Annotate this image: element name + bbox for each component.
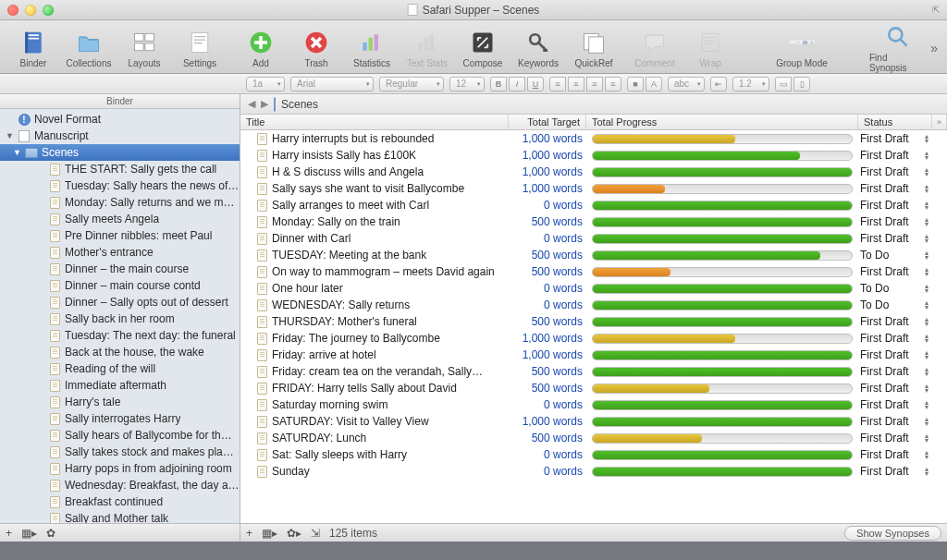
binder-add-button[interactable]: + [6,527,12,540]
toolbar-settings[interactable]: Settings [176,29,224,68]
row-progress[interactable] [586,217,858,227]
binder-gear-button[interactable]: ✿ [46,527,55,540]
outdent-button[interactable]: ⇤ [710,77,727,91]
table-row[interactable]: Harry insists Sally has £100K1,000 words… [240,147,947,164]
table-row[interactable]: H & S discuss wills and Angela1,000 word… [240,164,947,180]
row-progress[interactable] [586,450,858,460]
row-status[interactable]: First Draft▴▾ [858,465,932,478]
nav-forward-button[interactable]: ▶ [261,98,268,110]
sidebar-scene-item[interactable]: Sally and Mother talk [0,510,240,523]
row-status[interactable]: First Draft▴▾ [858,398,932,411]
table-row[interactable]: Saturday morning swim0 wordsFirst Draft▴… [240,396,947,413]
status-stepper[interactable]: ▴▾ [925,350,929,359]
row-progress[interactable] [586,167,858,177]
toolbar-add[interactable]: Add [237,29,285,68]
sidebar-scene-item[interactable]: Immediate aftermath [0,377,240,394]
sidebar-scene-item[interactable]: Sally takes stock and makes pla… [0,444,240,460]
sidebar-item-manuscript[interactable]: ▼Manuscript [0,128,240,144]
sidebar-scene-item[interactable]: Tuesday: Sally hears the news of… [0,177,240,194]
highlight-button[interactable]: ■ [627,77,644,91]
status-stepper[interactable]: ▴▾ [925,334,929,343]
status-stepper[interactable]: ▴▾ [925,467,929,476]
status-stepper[interactable]: ▴▾ [925,367,929,376]
status-stepper[interactable]: ▴▾ [925,317,929,326]
column-target[interactable]: Total Target [509,115,586,129]
row-progress[interactable] [586,334,858,344]
row-status[interactable]: First Draft▴▾ [858,332,932,345]
sidebar-scene-item[interactable]: Harry's tale [0,394,240,410]
table-row[interactable]: Friday: arrive at hotel1,000 wordsFirst … [240,347,947,363]
table-row[interactable]: Sunday0 wordsFirst Draft▴▾ [240,463,947,480]
status-stepper[interactable]: ▴▾ [925,284,929,293]
toolbar-layouts[interactable]: Layouts [120,29,168,68]
row-target[interactable]: 0 words [509,298,586,311]
align-center-button[interactable]: ≡ [568,77,584,91]
row-status[interactable]: First Draft▴▾ [858,182,932,195]
table-row[interactable]: SATURDAY: Lunch500 wordsFirst Draft▴▾ [240,430,947,446]
sidebar-scene-item[interactable]: Dinner – Sally opts out of dessert [0,294,240,310]
row-target[interactable]: 500 words [509,432,586,444]
status-stepper[interactable]: ▴▾ [925,151,929,160]
sidebar-scene-item[interactable]: Dinner – the main course [0,261,240,277]
row-progress[interactable] [586,250,858,261]
status-stepper[interactable]: ▴▾ [925,267,929,276]
font-weight-select[interactable]: Regular [379,77,444,91]
sidebar-scene-item[interactable]: Sally hears of Ballycombe for th… [0,427,240,444]
sidebar-scene-item[interactable]: Dinner – main course contd [0,277,240,294]
table-row[interactable]: TUESDAY: Meeting at the bank500 wordsTo … [240,247,947,263]
sidebar-scene-item[interactable]: Mother's entrance [0,244,240,261]
status-stepper[interactable]: ▴▾ [925,217,929,226]
row-progress[interactable] [586,201,858,211]
row-progress[interactable] [586,234,858,244]
toolbar-textstats[interactable]: Text Stats [403,29,451,68]
outline-rows[interactable]: Harry interrupts but is rebounded1,000 w… [240,130,947,523]
row-status[interactable]: First Draft▴▾ [858,215,932,228]
line-spacing-select[interactable]: 1.2 [732,77,769,91]
row-target[interactable]: 1,000 words [509,165,586,178]
table-row[interactable]: Friday: cream tea on the verandah, Sally… [240,363,947,380]
column-status[interactable]: Status [858,115,932,129]
status-stepper[interactable]: ▴▾ [925,400,929,409]
sidebar-scene-item[interactable]: Sally back in her room [0,310,240,327]
sidebar-scene-item[interactable]: Pre Dinner nibbles: meet Paul [0,227,240,244]
row-status[interactable]: First Draft▴▾ [858,448,932,461]
toolbar-findsynopsis[interactable]: Find Synopsis [869,23,927,73]
table-row[interactable]: SATURDAY: Visit to Valley View1,000 word… [240,413,947,430]
sidebar-scene-item[interactable]: Sally meets Angela [0,211,240,227]
sidebar-scene-item[interactable]: Reading of the will [0,360,240,377]
row-progress[interactable] [586,383,858,394]
row-status[interactable]: First Draft▴▾ [858,348,932,361]
table-row[interactable]: Sally arranges to meet with Carl0 wordsF… [240,197,947,213]
table-row[interactable]: FRIDAY: Harry tells Sally about David500… [240,380,947,396]
row-target[interactable]: 0 words [509,448,586,461]
table-row[interactable]: Sally says she want to visit Ballycombe1… [240,180,947,197]
show-synopses-button[interactable]: Show Synopses [844,526,941,541]
sidebar-scene-item[interactable]: Monday: Sally returns and we m… [0,194,240,211]
row-progress[interactable] [586,300,858,310]
nav-back-button[interactable]: ◀ [248,98,255,110]
align-right-button[interactable]: ≡ [586,77,603,91]
row-progress[interactable] [586,151,858,161]
split-b-button[interactable]: ▯ [793,77,810,91]
status-stepper[interactable]: ▴▾ [925,184,929,193]
row-progress[interactable] [586,184,858,194]
split-a-button[interactable]: ▭ [775,77,792,91]
row-status[interactable]: First Draft▴▾ [858,165,932,178]
table-row[interactable]: Friday: The journey to Ballycombe1,000 w… [240,330,947,347]
row-target[interactable]: 500 words [509,382,586,395]
toolbar-trash[interactable]: Trash [292,29,340,68]
row-progress[interactable] [586,417,858,427]
table-row[interactable]: Harry interrupts but is rebounded1,000 w… [240,130,947,147]
align-justify-button[interactable]: ≡ [605,77,621,91]
underline-button[interactable]: U [527,77,544,91]
row-target[interactable]: 0 words [509,282,586,295]
row-target[interactable]: 0 words [509,199,586,212]
row-status[interactable]: To Do▴▾ [858,282,932,295]
status-stepper[interactable]: ▴▾ [925,417,929,426]
toolbar-quickref[interactable]: QuickRef [570,29,618,68]
outline-folder-button[interactable]: ▦▸ [262,527,277,540]
toolbar-collections[interactable]: Collections [65,29,113,68]
row-progress[interactable] [586,400,858,410]
row-target[interactable]: 1,000 words [509,332,586,345]
row-status[interactable]: First Draft▴▾ [858,382,932,395]
